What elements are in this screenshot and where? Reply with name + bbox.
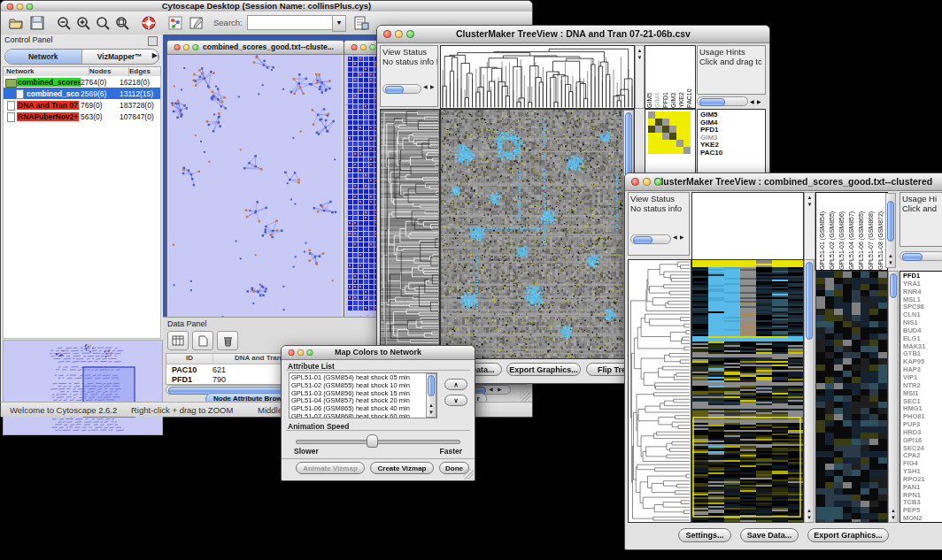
network-list-row[interactable]: combined_scores_ 2764(0) 16218(0) <box>4 76 160 88</box>
minimize-button[interactable] <box>17 3 24 10</box>
control-panel-tab[interactable]: Network <box>5 50 82 64</box>
network-type-icon <box>5 112 17 121</box>
minimize-button[interactable] <box>297 349 304 356</box>
close-button[interactable] <box>383 30 391 38</box>
zoom-button[interactable] <box>369 44 375 50</box>
column-label: GPL51-06 (GSM865) <box>857 193 865 270</box>
attribute-list-vscrollbar[interactable]: ▲▼ <box>426 373 436 418</box>
search-input[interactable] <box>247 15 334 30</box>
scroll-left-button[interactable]: ◀ <box>489 386 493 392</box>
minimize-button[interactable] <box>183 44 189 50</box>
tv2-gene-dendrogram[interactable] <box>628 259 691 523</box>
scroll-left-button[interactable]: ◀ <box>423 82 428 92</box>
tv2-hints-scrollbar[interactable] <box>900 251 942 261</box>
tv1-titlebar[interactable]: ClusterMaker TreeView : DNA and Tran 07-… <box>377 26 769 43</box>
column-label: GPL51-01 (GSM854) <box>818 193 826 270</box>
tv2-status-scrollbar[interactable] <box>630 234 671 244</box>
tv1-scroll-strip[interactable]: ▲▼ <box>635 45 645 109</box>
col-id[interactable]: ID <box>166 354 213 364</box>
minimize-button[interactable] <box>643 178 651 186</box>
speed-slider-thumb[interactable] <box>367 434 378 448</box>
close-button[interactable] <box>351 44 358 50</box>
network-list: combined_scores_ 2764(0) 16218(0) combin… <box>3 76 161 339</box>
attribute-list-item[interactable]: GPL51-07 (GSM868) heat shock 60 min <box>291 413 436 418</box>
scroll-right-button[interactable]: ▶ <box>430 82 435 92</box>
delete-attribute-button[interactable] <box>217 331 238 350</box>
select-attributes-button[interactable] <box>167 331 189 350</box>
save-session-icon[interactable] <box>29 15 45 31</box>
tv1-gene-dendrogram[interactable] <box>380 109 440 359</box>
minimize-button[interactable] <box>360 44 367 50</box>
scroll-right-button[interactable]: ▶ <box>680 233 684 242</box>
network-list-row[interactable]: DNA and Tran 07 769(0) 183728(0) <box>4 99 160 111</box>
tv2-heatmap-vscrollbar[interactable]: ▲▼ <box>804 259 815 523</box>
tv2-usage-hints: Usage HiClick and <box>900 192 942 247</box>
tv1-hints-scrollbar[interactable] <box>697 96 748 106</box>
resize-grip[interactable] <box>520 391 530 402</box>
open-session-icon[interactable] <box>8 15 24 31</box>
data-panel-toolbar <box>167 331 242 350</box>
scroll-right-button[interactable]: ▶ <box>498 386 502 392</box>
move-down-button[interactable]: ∨ <box>444 395 467 406</box>
scroll-left-button[interactable]: ◀ <box>750 98 754 104</box>
dialog-resize-grip[interactable] <box>463 469 474 479</box>
control-panel-tab[interactable]: VizMapper™ <box>82 50 159 64</box>
zoom-button[interactable] <box>27 3 34 10</box>
scroll-right-button[interactable]: ▶ <box>757 98 761 104</box>
tv1-status-scrollbar[interactable] <box>382 84 421 94</box>
network-overview-canvas[interactable] <box>3 340 163 435</box>
treeview-button[interactable]: Save Data... <box>740 528 799 542</box>
network-list-row[interactable]: combined_sco 2569(6) 13112(15) <box>4 88 160 99</box>
minimize-button[interactable] <box>395 30 403 38</box>
network1-titlebar[interactable]: combined_scores_good.txt--cluste... <box>167 41 344 55</box>
zoom-button[interactable] <box>654 178 662 186</box>
dialog-button[interactable]: Create Vizmap <box>370 462 434 474</box>
zoom-button[interactable] <box>306 349 313 356</box>
zoom-fit-icon[interactable] <box>114 15 130 31</box>
column-label: GPL51-08 (GSM872) <box>876 193 884 270</box>
float-panel-icon[interactable] <box>148 36 158 46</box>
help-lifering-icon[interactable] <box>141 15 157 31</box>
network1-canvas[interactable] <box>168 55 341 317</box>
vizmapper-node-icon[interactable] <box>167 15 183 31</box>
attribute-listbox[interactable]: GPL51-01 (GSM854) heat shock 05 minGPL51… <box>289 372 437 418</box>
close-button[interactable] <box>631 178 639 186</box>
dialog-titlebar[interactable]: Map Colors to Network <box>282 346 475 360</box>
zoom-button[interactable] <box>406 30 414 38</box>
zoom-selected-icon[interactable] <box>95 15 111 31</box>
tv2-zoom-heatmap[interactable] <box>815 271 888 523</box>
network-type-icon <box>5 78 17 87</box>
tv2-heatmap[interactable] <box>691 259 804 523</box>
tab-overflow-arrow[interactable]: ▶ <box>152 51 158 59</box>
network-edges-count: 107847(0) <box>120 112 160 121</box>
treeview-button[interactable]: Export Graphics... <box>506 363 581 376</box>
annotation-icon[interactable] <box>189 15 205 31</box>
column-label: YKE2 <box>677 46 685 108</box>
tv1-heatmap[interactable] <box>440 109 635 359</box>
close-button[interactable] <box>7 3 14 10</box>
search-dropdown-button[interactable]: ▼ <box>332 15 346 32</box>
zoom-out-icon[interactable] <box>56 15 72 31</box>
tv2-labels-vscrollbar[interactable]: ▲▼ <box>885 193 896 268</box>
speed-slider-track[interactable] <box>296 440 460 444</box>
close-button[interactable] <box>289 349 295 356</box>
tv1-array-dendrogram[interactable] <box>440 45 635 109</box>
treeview-button[interactable]: Export Graphics... <box>807 528 889 542</box>
network-list-row[interactable]: RNAPuberNov2+ 563(0) 107847(0) <box>4 111 160 122</box>
gene-label: PAC10 <box>700 150 765 157</box>
tv1-zoom-matrix[interactable] <box>648 111 691 154</box>
new-attribute-button[interactable] <box>192 331 213 350</box>
tv2-titlebar[interactable]: ClusterMaker TreeView : combined_scores_… <box>625 173 942 191</box>
column-label: GIM4 <box>653 46 661 108</box>
dialog-button[interactable]: Animate Vizmap <box>296 462 365 474</box>
tv2-gene-list: PFD1YRA1RNR4MSL1SPC98CLN1NIS1BUD4ELG1MAK… <box>900 271 942 523</box>
import-attributes-icon[interactable] <box>353 15 369 31</box>
treeview-button[interactable]: Settings... <box>678 528 731 542</box>
move-up-button[interactable]: ∧ <box>444 379 467 390</box>
zoom-button[interactable] <box>192 44 198 50</box>
tv2-zoom-vscrollbar[interactable]: ▲▼ <box>888 271 899 523</box>
zoom-in-icon[interactable] <box>75 15 91 31</box>
scroll-left-button[interactable]: ◀ <box>673 233 677 242</box>
network-name: DNA and Tran 07 <box>17 101 79 110</box>
close-button[interactable] <box>174 44 181 50</box>
